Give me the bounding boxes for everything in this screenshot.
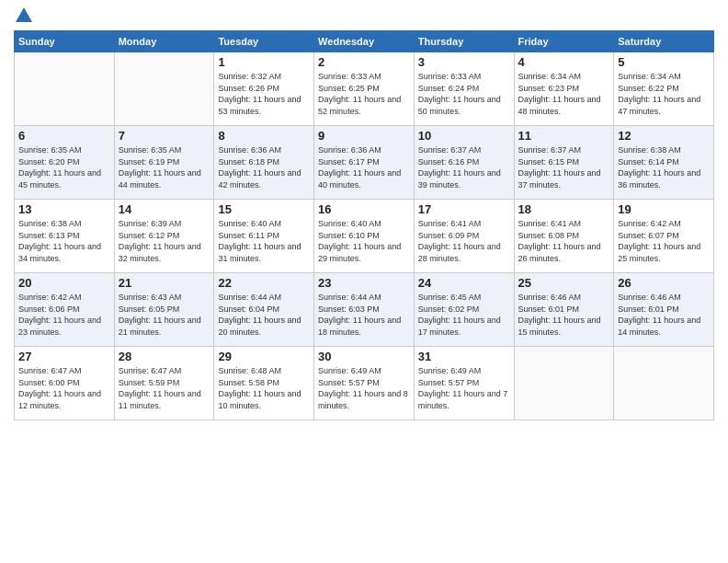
day-sunrise: Sunrise: 6:44 AM [318,293,381,302]
day-daylight: Daylight: 11 hours and 52 minutes. [318,95,401,116]
calendar-cell: 23 Sunrise: 6:44 AM Sunset: 6:03 PM Dayl… [314,273,415,347]
day-sunrise: Sunrise: 6:40 AM [318,219,381,228]
day-sunset: Sunset: 6:26 PM [218,84,279,93]
day-sunrise: Sunrise: 6:49 AM [318,366,381,375]
day-sunrise: Sunrise: 6:34 AM [618,72,681,81]
col-header-monday: Monday [114,31,214,52]
calendar-week-row: 1 Sunrise: 6:32 AM Sunset: 6:26 PM Dayli… [15,52,714,126]
day-sunrise: Sunrise: 6:42 AM [618,219,681,228]
calendar-cell: 1 Sunrise: 6:32 AM Sunset: 6:26 PM Dayli… [214,52,314,126]
calendar-cell: 2 Sunrise: 6:33 AM Sunset: 6:25 PM Dayli… [314,52,415,126]
day-daylight: Daylight: 11 hours and 34 minutes. [18,242,101,263]
day-sunset: Sunset: 5:57 PM [318,378,380,387]
day-daylight: Daylight: 11 hours and 7 minutes. [418,389,508,410]
day-sunset: Sunset: 6:07 PM [618,231,679,240]
day-sunrise: Sunrise: 6:38 AM [18,219,82,228]
calendar-cell [614,347,714,420]
logo [14,14,32,23]
day-sunset: Sunset: 6:16 PM [418,157,480,167]
day-daylight: Daylight: 11 hours and 32 minutes. [119,242,201,263]
day-sunrise: Sunrise: 6:41 AM [418,219,482,228]
day-sunrise: Sunrise: 6:39 AM [119,219,182,228]
day-daylight: Daylight: 11 hours and 12 minutes. [18,389,101,410]
calendar-cell [114,52,214,126]
calendar-cell: 27 Sunrise: 6:47 AM Sunset: 6:00 PM Dayl… [15,347,115,420]
col-header-sunday: Sunday [15,31,115,52]
calendar-cell: 6 Sunrise: 6:35 AM Sunset: 6:20 PM Dayli… [15,126,115,200]
calendar-cell: 10 Sunrise: 6:37 AM Sunset: 6:16 PM Dayl… [414,126,514,200]
calendar-table: SundayMondayTuesdayWednesdayThursdayFrid… [14,30,714,420]
day-daylight: Daylight: 11 hours and 45 minutes. [18,168,101,190]
day-number: 6 [18,129,110,143]
day-sunset: Sunset: 6:10 PM [318,231,380,240]
calendar-cell: 7 Sunrise: 6:35 AM Sunset: 6:19 PM Dayli… [114,126,214,200]
day-number: 19 [618,202,710,216]
day-sunrise: Sunrise: 6:40 AM [218,219,281,228]
day-sunset: Sunset: 6:09 PM [418,231,480,240]
day-number: 17 [418,202,510,216]
day-sunrise: Sunrise: 6:36 AM [218,145,281,155]
calendar-cell: 20 Sunrise: 6:42 AM Sunset: 6:06 PM Dayl… [15,273,115,347]
calendar-cell [15,52,115,126]
col-header-tuesday: Tuesday [214,31,314,52]
day-number: 5 [618,55,710,69]
day-daylight: Daylight: 11 hours and 40 minutes. [318,168,401,190]
day-sunrise: Sunrise: 6:42 AM [18,293,82,302]
day-daylight: Daylight: 11 hours and 8 minutes. [318,389,408,410]
day-sunrise: Sunrise: 6:47 AM [18,366,82,375]
day-sunset: Sunset: 6:02 PM [418,304,480,314]
day-number: 9 [318,129,410,143]
day-sunset: Sunset: 5:58 PM [218,378,279,387]
day-sunrise: Sunrise: 6:47 AM [119,366,182,375]
day-number: 3 [418,55,510,69]
calendar-cell: 11 Sunrise: 6:37 AM Sunset: 6:15 PM Dayl… [514,126,614,200]
calendar-cell: 25 Sunrise: 6:46 AM Sunset: 6:01 PM Dayl… [514,273,614,347]
day-sunrise: Sunrise: 6:35 AM [119,145,182,155]
day-daylight: Daylight: 11 hours and 20 minutes. [218,316,301,337]
day-sunrise: Sunrise: 6:32 AM [218,72,281,81]
calendar-cell: 12 Sunrise: 6:38 AM Sunset: 6:14 PM Dayl… [614,126,714,200]
day-daylight: Daylight: 11 hours and 14 minutes. [618,316,700,337]
day-sunset: Sunset: 6:24 PM [418,84,480,93]
day-number: 2 [318,55,410,69]
day-number: 24 [418,276,510,290]
day-daylight: Daylight: 11 hours and 10 minutes. [218,389,301,410]
day-number: 8 [218,129,310,143]
logo-icon [16,6,32,23]
day-sunrise: Sunrise: 6:37 AM [418,145,482,155]
day-number: 12 [618,129,710,143]
day-number: 27 [18,350,110,363]
calendar-cell: 14 Sunrise: 6:39 AM Sunset: 6:12 PM Dayl… [114,200,214,273]
svg-marker-0 [16,7,32,22]
day-sunset: Sunset: 6:19 PM [119,157,180,167]
day-daylight: Daylight: 11 hours and 39 minutes. [418,168,501,190]
calendar-cell: 9 Sunrise: 6:36 AM Sunset: 6:17 PM Dayli… [314,126,415,200]
day-number: 10 [418,129,510,143]
day-number: 15 [218,202,310,216]
day-sunset: Sunset: 6:20 PM [18,157,80,167]
day-number: 20 [18,276,110,290]
calendar-cell: 19 Sunrise: 6:42 AM Sunset: 6:07 PM Dayl… [614,200,714,273]
day-daylight: Daylight: 11 hours and 26 minutes. [518,242,601,263]
day-daylight: Daylight: 11 hours and 44 minutes. [119,168,201,190]
day-sunset: Sunset: 6:15 PM [518,157,580,167]
day-sunrise: Sunrise: 6:33 AM [418,72,482,81]
day-sunset: Sunset: 6:01 PM [618,304,679,314]
day-sunset: Sunset: 6:05 PM [119,304,180,314]
day-number: 1 [218,55,310,69]
day-sunset: Sunset: 6:14 PM [618,157,679,167]
day-sunrise: Sunrise: 6:41 AM [518,219,582,228]
day-number: 25 [518,276,610,290]
day-sunrise: Sunrise: 6:45 AM [418,293,482,302]
day-sunset: Sunset: 6:12 PM [119,231,180,240]
day-sunset: Sunset: 6:04 PM [218,304,279,314]
day-number: 14 [119,202,210,216]
day-daylight: Daylight: 11 hours and 42 minutes. [218,168,301,190]
day-number: 4 [518,55,610,69]
day-sunrise: Sunrise: 6:44 AM [218,293,281,302]
day-daylight: Daylight: 11 hours and 48 minutes. [518,95,601,116]
calendar-cell: 8 Sunrise: 6:36 AM Sunset: 6:18 PM Dayli… [214,126,314,200]
header [14,9,714,23]
page-container: SundayMondayTuesdayWednesdayThursdayFrid… [0,0,728,430]
col-header-thursday: Thursday [414,31,514,52]
